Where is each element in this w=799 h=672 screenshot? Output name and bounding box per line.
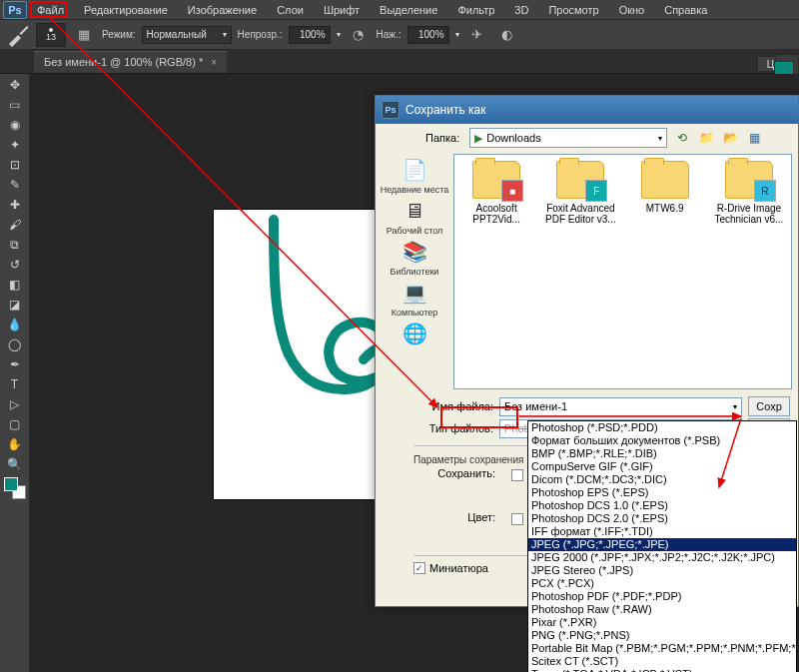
- svg-line-0: [50, 18, 437, 407]
- svg-line-2: [719, 418, 741, 487]
- annotation-arrow: [0, 0, 799, 672]
